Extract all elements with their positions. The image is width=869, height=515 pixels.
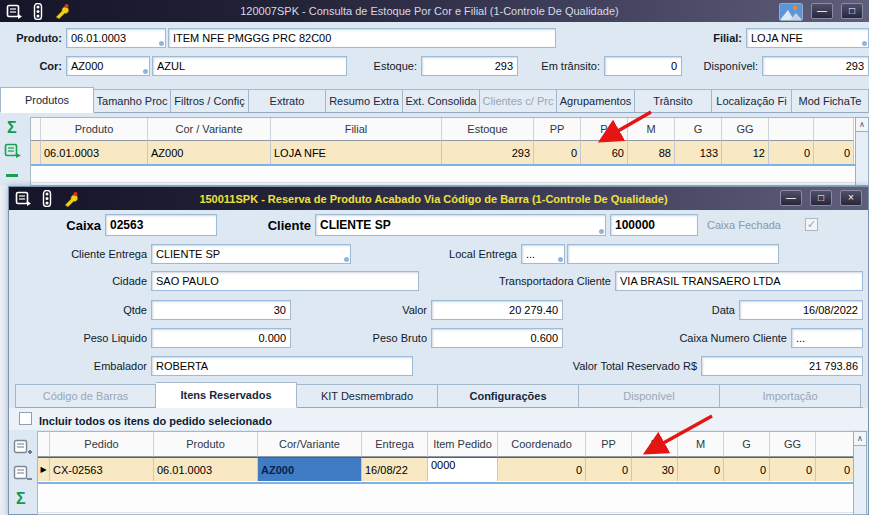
cell-pp[interactable]: 0 <box>586 458 632 481</box>
titlebar-reserva[interactable]: 150011SPK - Reserva de Produto Acabado V… <box>9 187 868 210</box>
valor-field[interactable]: 20 279.40 <box>431 300 563 320</box>
cliente-entrega-field[interactable]: CLIENTE SP <box>151 244 351 264</box>
estoque-row[interactable]: 06.01.0003 AZ000 LOJA NFE 293 0 60 88 13… <box>31 141 855 164</box>
add-item-icon[interactable] <box>13 439 33 457</box>
tab-filtros-config[interactable]: Filtros / Confiç <box>171 89 249 112</box>
tab-resumo-extra[interactable]: Resumo Extra <box>326 89 403 112</box>
caixa-field[interactable]: 02563 <box>105 214 217 236</box>
minimize-button[interactable]: — <box>811 3 833 19</box>
traffic-light-icon[interactable] <box>41 190 53 207</box>
maximize-button[interactable]: □ <box>841 3 863 19</box>
cell-coordenado[interactable]: 0 <box>498 458 586 481</box>
reserva-row[interactable]: ▶ CX-02563 06.01.0003 AZ000 16/08/22 000… <box>38 457 853 481</box>
cell-item-pedido[interactable]: 0000 <box>428 458 498 481</box>
caixa-numero-cliente-field[interactable]: ... <box>791 328 863 348</box>
disponivel-field[interactable]: 293 <box>762 56 869 76</box>
export-row-icon[interactable] <box>4 143 22 159</box>
picture-button[interactable] <box>779 3 803 21</box>
wrench-icon[interactable] <box>53 3 71 19</box>
close-button[interactable]: × <box>840 190 862 206</box>
tab-kit-desmembrado[interactable]: KIT Desmembrado <box>297 384 438 407</box>
caixa-fechada-checkbox[interactable]: ✓ <box>805 218 818 231</box>
produto-desc-field[interactable]: ITEM NFE PMGGG PRC 82C00 <box>168 28 556 48</box>
local-entrega-label: Local Entrega <box>429 244 517 264</box>
valor-total-field[interactable]: 21 793.86 <box>701 356 863 376</box>
peso-liquido-field[interactable]: 0.000 <box>151 328 291 348</box>
tab-tamanho-prod[interactable]: Tamanho Proc <box>94 89 171 112</box>
cell-extra1[interactable]: 0 <box>769 141 814 164</box>
cell-extra[interactable]: 0 <box>816 458 854 481</box>
cell-produto[interactable]: 06.01.0003 <box>154 458 258 481</box>
cell-pedido[interactable]: CX-02563 <box>50 458 154 481</box>
em-transito-field[interactable]: 0 <box>604 56 682 76</box>
cell-gg[interactable]: 0 <box>770 458 816 481</box>
embalador-label: Embalador <box>67 356 147 376</box>
traffic-light-icon[interactable] <box>32 3 44 20</box>
cell-extra2[interactable]: 0 <box>814 141 854 164</box>
col-pp: PP <box>534 118 581 141</box>
estoque-grid-scrollbar[interactable]: ∧ <box>855 117 869 186</box>
cell-g[interactable]: 133 <box>675 141 722 164</box>
tab-agrupamentos[interactable]: Agrupamentos <box>557 89 635 112</box>
valor-label: Valor <box>377 300 427 320</box>
tab-importacao[interactable]: Importação <box>720 384 861 407</box>
minimize-button[interactable]: — <box>780 190 802 206</box>
system-menu-icon[interactable] <box>15 191 32 206</box>
produto-code-field[interactable]: 06.01.0003 <box>66 28 166 48</box>
cell-cor[interactable]: AZ000 <box>148 141 271 164</box>
estoque-field[interactable]: 293 <box>421 56 518 76</box>
tab-mod-fichate[interactable]: Mod FichaTe <box>792 89 869 112</box>
tab-itens-reservados[interactable]: Itens Reservados <box>156 382 297 408</box>
system-menu-icon[interactable] <box>6 4 23 19</box>
tab-configuracoes[interactable]: Configurações <box>438 384 579 407</box>
cell-p[interactable]: 60 <box>581 141 628 164</box>
cliente-field[interactable]: CLIENTE SP <box>315 214 606 236</box>
cell-estoque[interactable]: 293 <box>442 141 534 164</box>
incluir-itens-checkbox[interactable] <box>19 412 32 425</box>
scroll-up-icon[interactable]: ∧ <box>854 432 866 446</box>
tab-localizacao[interactable]: Localização Fi <box>712 89 792 112</box>
tool-dash-icon[interactable] <box>6 174 18 177</box>
scroll-up-icon[interactable]: ∧ <box>856 118 868 132</box>
cidade-field[interactable]: SAO PAULO <box>151 271 419 291</box>
filial-field[interactable]: LOJA NFE <box>746 28 869 48</box>
cell-entrega[interactable]: 16/08/22 <box>362 458 428 481</box>
cliente-codigo-field[interactable]: 100000 <box>610 214 698 236</box>
cell-g[interactable]: 0 <box>724 458 770 481</box>
cell-filial[interactable]: LOJA NFE <box>271 141 442 164</box>
tab-ext-consolida[interactable]: Ext. Consolida <box>403 89 480 112</box>
cell-produto[interactable]: 06.01.0003 <box>41 141 148 164</box>
cell-pp[interactable]: 0 <box>534 141 581 164</box>
tab-clientes-prod[interactable]: Clientes c/ Prc <box>480 89 557 112</box>
cell-m[interactable]: 0 <box>678 458 724 481</box>
tab-produtos[interactable]: Produtos <box>0 87 94 113</box>
tab-extrato[interactable]: Extrato <box>249 89 326 112</box>
sum-icon[interactable]: Σ <box>16 491 26 507</box>
peso-bruto-field[interactable]: 0.600 <box>431 328 563 348</box>
tab-transito[interactable]: Trânsito <box>635 89 712 112</box>
tab-codigo-barras[interactable]: Código de Barras <box>15 384 156 407</box>
qtde-field[interactable]: 30 <box>151 300 291 320</box>
wrench-icon[interactable] <box>62 191 80 207</box>
titlebar-estoque[interactable]: 120007SPK - Consulta de Estoque Por Cor … <box>0 0 869 22</box>
filial-label: Filial: <box>698 28 742 48</box>
cell-m[interactable]: 88 <box>628 141 675 164</box>
data-field[interactable]: 16/08/2022 <box>739 300 863 320</box>
tab-disponivel[interactable]: Disponível <box>579 384 720 407</box>
transportadora-field[interactable]: VIA BRASIL TRANSAERO LTDA <box>615 271 863 291</box>
remove-item-icon[interactable] <box>13 465 33 483</box>
sum-icon[interactable]: Σ <box>7 120 17 136</box>
local-entrega-desc-field[interactable] <box>567 244 779 264</box>
produto-label: Produto: <box>8 28 62 48</box>
cor-desc-field[interactable]: AZUL <box>152 56 347 76</box>
caixa-fechada-label: Caixa Fechada <box>707 215 799 235</box>
cell-cor-selected[interactable]: AZ000 <box>258 458 362 481</box>
cell-p[interactable]: 30 <box>632 458 678 481</box>
maximize-button[interactable]: □ <box>810 190 832 206</box>
reserva-grid-scrollbar[interactable]: ∧ <box>853 431 867 515</box>
embalador-field[interactable]: ROBERTA <box>151 356 413 376</box>
cliente-label: Cliente <box>247 215 311 235</box>
local-entrega-field[interactable]: ... <box>521 244 565 264</box>
cell-gg[interactable]: 12 <box>722 141 769 164</box>
cor-code-field[interactable]: AZ000 <box>66 56 150 76</box>
